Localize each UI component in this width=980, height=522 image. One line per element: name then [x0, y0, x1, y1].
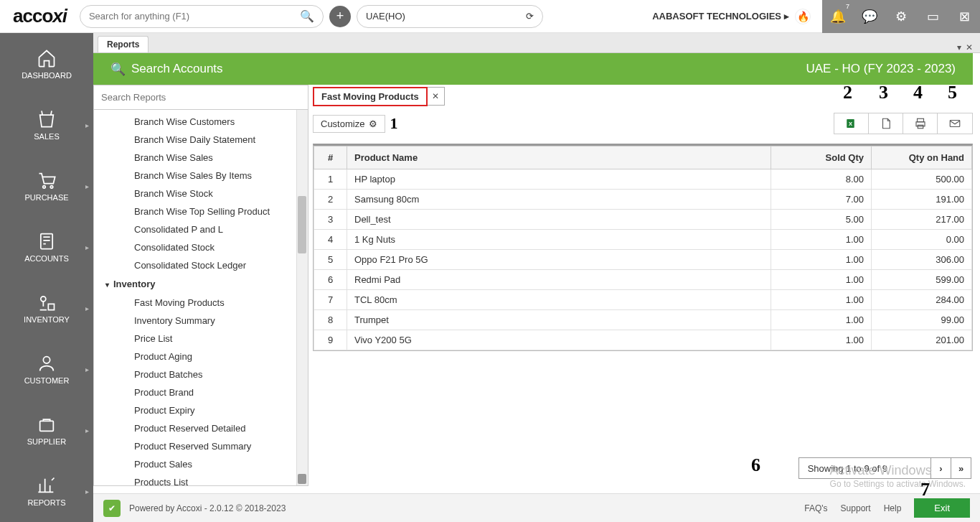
nav-supplier[interactable]: SUPPLIER▸ — [0, 399, 93, 460]
gear-icon[interactable]: ⚙ — [885, 0, 917, 33]
report-search-input[interactable] — [94, 85, 308, 110]
annotation-1: 1 — [390, 114, 397, 133]
col-sold-qty[interactable]: Sold Qty — [771, 146, 872, 169]
list-item[interactable]: Product Sales — [94, 455, 308, 473]
chevron-right-icon: ▸ — [85, 182, 89, 190]
table-row[interactable]: 3 Dell_test 5.00 217.00 — [314, 210, 972, 230]
page-title[interactable]: Search Accounts — [131, 62, 223, 76]
company-name[interactable]: AABASOFT TECHNOLOGIES▸ — [652, 11, 789, 22]
list-item[interactable]: Consolidated Stock — [94, 238, 308, 256]
nav-customer[interactable]: CUSTOMER▸ — [0, 338, 93, 399]
add-button[interactable]: + — [329, 6, 351, 27]
list-item[interactable]: Product Aging — [94, 348, 308, 365]
table-row[interactable]: 6 Redmi Pad 1.00 599.00 — [314, 270, 972, 290]
search-input[interactable] — [89, 11, 300, 22]
customize-button[interactable]: Customize ⚙ — [313, 115, 385, 133]
list-item[interactable]: Consolidated Stock Ledger — [94, 256, 308, 274]
table-row[interactable]: 7 TCL 80cm 1.00 284.00 — [314, 290, 972, 310]
nav-purchase[interactable]: PURCHASE▸ — [0, 155, 93, 216]
location-label: UAE(HO) — [366, 11, 405, 22]
chevron-right-icon: ▸ — [784, 11, 789, 22]
svg-point-3 — [41, 296, 46, 301]
nav-inventory[interactable]: INVENTORY▸ — [0, 277, 93, 338]
footer-link-help[interactable]: Help — [884, 503, 902, 513]
list-item[interactable]: Branch Wise Customers — [94, 113, 308, 131]
location-selector[interactable]: UAE(HO) ⟳ — [357, 5, 543, 28]
col-index[interactable]: # — [314, 146, 347, 169]
list-item[interactable]: Product Reserved Summary — [94, 437, 308, 455]
list-item[interactable]: Product Brand — [94, 383, 308, 401]
table-row[interactable]: 2 Samsung 80cm 7.00 191.00 — [314, 190, 972, 210]
main-content: Fast Moving Products ✕ Customize ⚙ 1 X 2… — [313, 85, 973, 486]
list-item[interactable]: Product Reserved Detailed — [94, 419, 308, 437]
email-button[interactable] — [938, 113, 972, 134]
print-button[interactable] — [903, 113, 938, 134]
tab-reports[interactable]: Reports — [98, 36, 149, 52]
footer-link-support[interactable]: Support — [841, 503, 871, 513]
list-item[interactable]: Price List — [94, 330, 308, 348]
data-table: # Product Name Sold Qty Qty on Hand 1 HP… — [313, 144, 973, 351]
last-page-button[interactable]: » — [951, 458, 971, 478]
list-item[interactable]: Product Batches — [94, 365, 308, 383]
footer-link-faqs[interactable]: FAQ's — [804, 503, 827, 513]
topbar: accoxi 🔍 + UAE(HO) ⟳ AABASOFT TECHNOLOGI… — [0, 0, 980, 33]
svg-rect-8 — [917, 118, 923, 122]
nav-sales[interactable]: SALES▸ — [0, 94, 93, 155]
fire-icon[interactable]: 🔥 — [795, 9, 811, 24]
scroll-thumb[interactable] — [298, 196, 306, 253]
accoxi-icon: ✔ — [103, 500, 121, 517]
next-page-button[interactable]: › — [930, 458, 951, 478]
svg-point-4 — [43, 356, 50, 363]
scrollbar[interactable] — [296, 110, 308, 485]
bell-icon[interactable]: 🔔7 — [822, 0, 854, 33]
minimize-icon[interactable]: ▭ — [917, 0, 948, 33]
chevron-right-icon: ▸ — [85, 426, 89, 434]
nav-dashboard[interactable]: DASHBOARD — [0, 33, 93, 94]
subtab-close-icon[interactable]: ✕ — [428, 87, 445, 106]
svg-point-0 — [43, 185, 46, 188]
tabstrip: Reports ▾ ✕ — [93, 33, 980, 53]
list-item[interactable]: Consolidated P and L — [94, 220, 308, 238]
page-header: 🔍 Search Accounts UAE - HO (FY 2023 - 20… — [93, 53, 973, 85]
fiscal-year-label: UAE - HO (FY 2023 - 2023) — [806, 62, 956, 76]
export-toolbar: X — [834, 113, 973, 134]
list-item[interactable]: Product Expiry — [94, 401, 308, 419]
table-row[interactable]: 1 HP laptop 8.00 500.00 — [314, 169, 972, 190]
refresh-icon[interactable]: ⟳ — [526, 11, 534, 22]
tab-close-icon[interactable]: ✕ — [966, 42, 973, 52]
table-row[interactable]: 9 Vivo Y200 5G 1.00 201.00 — [314, 330, 972, 350]
chat-icon[interactable]: 💬 — [854, 0, 885, 33]
table-row[interactable]: 8 Trumpet 1.00 99.00 — [314, 310, 972, 330]
subtab-fast-moving-products[interactable]: Fast Moving Products — [313, 87, 428, 106]
list-item[interactable]: Products List — [94, 473, 308, 485]
dropdown-icon[interactable]: ▾ — [957, 42, 961, 52]
list-item[interactable]: Branch Wise Stock — [94, 185, 308, 202]
report-list[interactable]: Branch Wise Customers Branch Wise Daily … — [94, 110, 308, 485]
list-item[interactable]: Fast Moving Products — [94, 294, 308, 312]
col-product-name[interactable]: Product Name — [347, 146, 771, 169]
scroll-down-icon[interactable] — [298, 474, 306, 484]
nav-accounts[interactable]: ACCOUNTS▸ — [0, 216, 93, 277]
annotation-6: 6 — [751, 455, 760, 476]
close-icon[interactable]: ⊠ — [948, 0, 980, 33]
group-inventory[interactable]: Inventory — [94, 274, 308, 294]
list-item[interactable]: Branch Wise Sales — [94, 149, 308, 167]
list-item[interactable]: Branch Wise Top Selling Product — [94, 202, 308, 220]
list-item[interactable]: Branch Wise Sales By Items — [94, 167, 308, 185]
global-search[interactable]: 🔍 — [80, 5, 324, 28]
list-item[interactable]: Branch Wise Daily Statement — [94, 131, 308, 149]
chevron-right-icon: ▸ — [85, 243, 89, 251]
nav-reports[interactable]: REPORTS▸ — [0, 460, 93, 521]
exit-button[interactable]: Exit — [914, 498, 970, 518]
table-row[interactable]: 4 1 Kg Nuts 1.00 0.00 — [314, 230, 972, 250]
chevron-right-icon: ▸ — [85, 304, 89, 312]
export-excel-button[interactable]: X — [834, 113, 869, 134]
col-qty-on-hand[interactable]: Qty on Hand — [872, 146, 972, 169]
window-toolbar: 🔔7 💬 ⚙ ▭ ⊠ — [822, 0, 980, 33]
svg-rect-2 — [41, 233, 52, 248]
list-item[interactable]: Inventory Summary — [94, 312, 308, 330]
table-header-row: # Product Name Sold Qty Qty on Hand — [314, 146, 972, 169]
table-row[interactable]: 5 Oppo F21 Pro 5G 1.00 306.00 — [314, 250, 972, 270]
export-pdf-button[interactable] — [869, 113, 903, 134]
chevron-right-icon: ▸ — [85, 121, 89, 129]
